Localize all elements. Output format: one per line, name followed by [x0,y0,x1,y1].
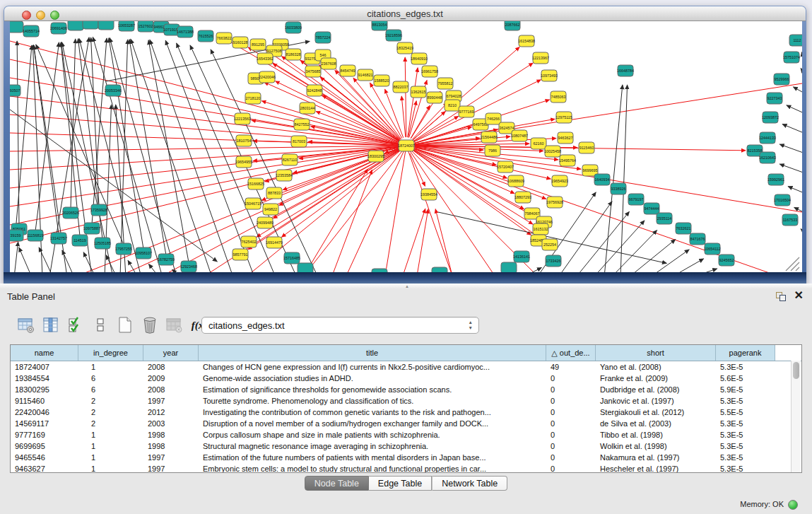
graph-node[interactable]: 2803144 [300,103,315,114]
graph-node[interactable]: 2060507 [10,85,20,96]
graph-node[interactable]: 10654112 [704,243,721,255]
graph-node[interactable]: 9160128 [233,37,248,48]
graph-node[interactable]: 1167533 [782,214,798,226]
cell-out_de[interactable]: 0 [546,374,596,382]
graph-node[interactable]: 1810754 [236,135,252,146]
cell-pagerank[interactable]: 5.6E-5 [716,374,775,382]
cell-in_degree[interactable]: 1 [78,453,143,462]
graph-node[interactable]: 252254 [542,239,558,250]
graph-node[interactable]: 1362615 [411,86,426,98]
citation-network-graph[interactable]: 1405571420691406106532871527602946616110… [10,21,802,272]
graph-node[interactable]: 114519 [72,235,88,246]
unselect-all-columns-icon[interactable] [88,315,112,336]
graph-node[interactable] [83,21,98,29]
graph-node[interactable]: 10975887 [83,223,100,234]
table-row[interactable]: 2242004622012Investigating the contribut… [11,407,801,418]
graph-node[interactable]: 19654955 [235,156,252,168]
graph-node[interactable]: 8813054 [372,21,387,30]
graph-node[interactable]: 7485063 [551,91,566,103]
graph-node[interactable]: 16961758 [421,66,438,77]
cell-short[interactable]: Yano et al. (2008) [596,363,716,371]
column-header-in_degree[interactable]: in_degree [78,345,143,361]
cell-name[interactable]: 14569117 [11,419,78,428]
graph-node[interactable]: 10958107 [135,247,152,259]
cell-year[interactable]: 1998 [143,442,199,450]
cell-pagerank[interactable]: 5.3E-5 [716,465,775,473]
graph-node[interactable]: 10973493 [541,70,558,81]
cell-year[interactable]: 2008 [143,363,199,371]
cell-out_de[interactable]: 0 [546,397,596,405]
cell-out_de[interactable]: 0 [546,431,596,439]
graph-node[interactable]: 14671388 [177,26,194,37]
graph-node[interactable]: 817003 [291,136,307,147]
cell-title[interactable]: Tourette syndrome. Phenomenology and cla… [199,397,546,405]
graph-node[interactable]: 19654923 [551,175,568,187]
graph-node[interactable]: 949822 [263,204,278,215]
cell-in_degree[interactable]: 6 [78,385,143,394]
cell-in_degree[interactable]: 1 [78,442,143,450]
graph-node[interactable]: 15495764 [559,155,576,166]
cell-name[interactable]: 9699695 [11,442,78,450]
graph-node[interactable]: 8822037 [393,81,408,93]
graph-node[interactable]: 39159 [10,230,23,241]
cell-title[interactable]: Corpus callosum shape and size in male p… [199,431,546,439]
memory-status-icon[interactable] [788,500,798,510]
graph-node[interactable]: 2935114 [657,213,672,224]
close-panel-icon[interactable]: ✕ [794,290,804,301]
graph-node[interactable]: 15166825 [247,178,264,189]
graph-node[interactable]: 22420046 [259,71,276,83]
cell-year[interactable]: 1998 [143,431,199,439]
graph-node[interactable]: 9338926 [611,183,626,194]
column-header-year[interactable]: year [143,345,199,361]
graph-node[interactable]: 9777169 [459,106,474,117]
cell-in_degree[interactable]: 1 [78,431,143,439]
graph-node[interactable]: 16154838 [518,35,535,47]
graph-node[interactable]: 8990448 [427,92,442,103]
graph-node[interactable]: 15046715 [245,198,261,209]
graph-node[interactable]: 13142757 [50,233,67,244]
graph-node[interactable]: 1640934 [594,174,610,185]
graph-node[interactable]: 8454749 [340,65,355,76]
graph-node[interactable]: 18807293 [514,192,531,203]
graph-node[interactable]: 18640910 [411,53,428,64]
graph-node[interactable]: 1527602 [138,21,153,32]
cell-year[interactable]: 1997 [143,465,199,473]
graph-node[interactable]: 16914479 [266,237,283,248]
graph-node[interactable] [501,262,517,272]
divider-handle-icon[interactable]: ▲ [402,285,412,288]
graph-node[interactable]: 12923468 [180,261,197,272]
graph-node[interactable]: 8267110 [282,154,298,165]
graph-node[interactable]: 20691406 [50,23,67,34]
table-options-icon[interactable] [14,315,38,336]
cell-short[interactable]: Tibbo et al. (1998) [596,431,716,439]
canvas-resize-grip[interactable] [786,257,799,271]
tab-edge-table[interactable]: Edge Table [369,476,432,491]
cell-year[interactable]: 1997 [143,397,199,405]
graph-node[interactable]: 19218596 [385,30,402,41]
cell-title[interactable]: Investigating the contribution of common… [199,408,546,416]
column-header-short[interactable]: short [596,345,716,361]
graph-node[interactable]: 12213967 [532,52,549,64]
cell-name[interactable]: 22420046 [11,408,78,416]
show-columns-icon[interactable] [39,315,63,336]
cell-out_de[interactable]: 0 [546,442,596,450]
graph-node[interactable]: 12093872 [762,112,779,123]
graph-node[interactable]: 2367608 [321,58,336,69]
column-header-title[interactable]: title [199,345,546,361]
cell-year[interactable]: 2008 [143,385,199,394]
cell-short[interactable]: Jankovic et al. (1997) [596,397,716,405]
cell-title[interactable]: Changes of HCN gene expression and I(f) … [199,363,546,371]
tab-node-table[interactable]: Node Table [305,476,369,491]
table-row[interactable]: 977716911998Corpus callosum shape and si… [11,429,801,440]
graph-node[interactable]: 15751074 [783,52,800,63]
cell-title[interactable]: Disruption of a novel member of a sodium… [199,419,546,428]
graph-node[interactable]: 16648784 [617,65,634,76]
cell-pagerank[interactable]: 5.3E-5 [716,397,775,405]
graph-node[interactable]: 1588520 [374,75,389,86]
graph-node[interactable]: 15716485 [283,252,300,264]
graph-node[interactable]: 9529966 [774,74,789,85]
cell-pagerank[interactable]: 5.3E-5 [716,442,775,450]
cell-out_de[interactable]: 0 [546,385,596,394]
cell-name[interactable]: 9115460 [11,397,78,405]
graph-node[interactable]: 18325419 [396,42,413,54]
